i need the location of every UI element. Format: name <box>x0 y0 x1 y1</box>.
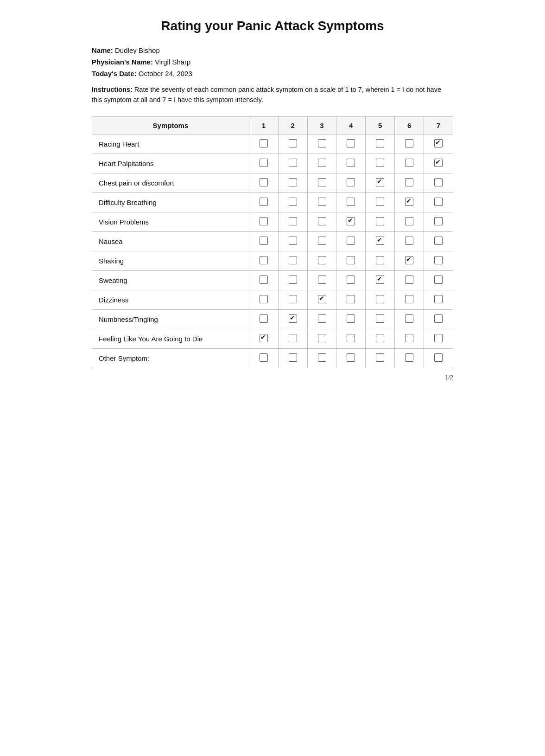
checkbox-col-2[interactable] <box>278 309 307 329</box>
checkbox-unchecked[interactable] <box>376 256 384 264</box>
checkbox-unchecked[interactable] <box>434 275 443 284</box>
checkbox-unchecked[interactable] <box>405 178 413 186</box>
checkbox-unchecked[interactable] <box>347 353 355 362</box>
checkbox-col-1[interactable] <box>249 309 278 329</box>
checkbox-unchecked[interactable] <box>434 256 443 264</box>
checkbox-checked[interactable] <box>260 334 268 342</box>
checkbox-unchecked[interactable] <box>260 314 268 323</box>
checkbox-unchecked[interactable] <box>260 295 268 303</box>
checkbox-col-6[interactable] <box>395 154 424 173</box>
checkbox-col-3[interactable] <box>307 329 336 348</box>
checkbox-col-7[interactable] <box>424 173 453 192</box>
checkbox-col-2[interactable] <box>278 192 307 212</box>
checkbox-col-3[interactable] <box>307 212 336 231</box>
checkbox-unchecked[interactable] <box>289 178 297 186</box>
checkbox-unchecked[interactable] <box>347 314 355 323</box>
checkbox-col-1[interactable] <box>249 329 278 348</box>
checkbox-col-4[interactable] <box>336 231 366 251</box>
checkbox-col-7[interactable] <box>424 231 453 251</box>
checkbox-unchecked[interactable] <box>318 275 326 284</box>
checkbox-unchecked[interactable] <box>289 295 297 303</box>
checkbox-unchecked[interactable] <box>289 217 297 225</box>
checkbox-unchecked[interactable] <box>405 275 413 284</box>
checkbox-col-5[interactable] <box>366 173 395 192</box>
checkbox-unchecked[interactable] <box>434 217 443 225</box>
checkbox-col-2[interactable] <box>278 212 307 231</box>
checkbox-unchecked[interactable] <box>405 237 413 245</box>
checkbox-col-4[interactable] <box>336 290 366 309</box>
checkbox-col-6[interactable] <box>395 173 424 192</box>
checkbox-checked[interactable] <box>376 237 384 245</box>
checkbox-unchecked[interactable] <box>434 237 443 245</box>
checkbox-col-5[interactable] <box>366 309 395 329</box>
checkbox-unchecked[interactable] <box>289 159 297 167</box>
checkbox-unchecked[interactable] <box>347 139 355 147</box>
checkbox-col-7[interactable] <box>424 251 453 270</box>
checkbox-col-3[interactable] <box>307 309 336 329</box>
checkbox-col-4[interactable] <box>336 212 366 231</box>
checkbox-unchecked[interactable] <box>347 275 355 284</box>
checkbox-unchecked[interactable] <box>405 353 413 362</box>
checkbox-unchecked[interactable] <box>405 314 413 323</box>
checkbox-checked[interactable] <box>376 178 384 186</box>
checkbox-col-4[interactable] <box>336 192 366 212</box>
checkbox-unchecked[interactable] <box>347 295 355 303</box>
checkbox-unchecked[interactable] <box>289 237 297 245</box>
checkbox-col-5[interactable] <box>366 192 395 212</box>
checkbox-col-6[interactable] <box>395 134 424 154</box>
checkbox-unchecked[interactable] <box>405 217 413 225</box>
checkbox-unchecked[interactable] <box>260 275 268 284</box>
checkbox-unchecked[interactable] <box>376 217 384 225</box>
checkbox-col-5[interactable] <box>366 134 395 154</box>
checkbox-col-4[interactable] <box>336 329 366 348</box>
checkbox-col-1[interactable] <box>249 173 278 192</box>
checkbox-unchecked[interactable] <box>318 314 326 323</box>
checkbox-col-1[interactable] <box>249 348 278 368</box>
checkbox-unchecked[interactable] <box>289 334 297 342</box>
checkbox-unchecked[interactable] <box>318 198 326 206</box>
checkbox-unchecked[interactable] <box>318 334 326 342</box>
checkbox-unchecked[interactable] <box>347 237 355 245</box>
checkbox-col-2[interactable] <box>278 290 307 309</box>
checkbox-col-7[interactable] <box>424 329 453 348</box>
checkbox-unchecked[interactable] <box>376 314 384 323</box>
checkbox-col-3[interactable] <box>307 348 336 368</box>
checkbox-unchecked[interactable] <box>434 295 443 303</box>
checkbox-col-3[interactable] <box>307 173 336 192</box>
checkbox-unchecked[interactable] <box>347 178 355 186</box>
checkbox-unchecked[interactable] <box>260 237 268 245</box>
checkbox-unchecked[interactable] <box>289 139 297 147</box>
checkbox-unchecked[interactable] <box>434 334 443 342</box>
checkbox-unchecked[interactable] <box>318 139 326 147</box>
checkbox-unchecked[interactable] <box>260 178 268 186</box>
checkbox-col-4[interactable] <box>336 270 366 290</box>
checkbox-unchecked[interactable] <box>260 198 268 206</box>
checkbox-col-5[interactable] <box>366 329 395 348</box>
checkbox-unchecked[interactable] <box>318 256 326 264</box>
checkbox-col-5[interactable] <box>366 154 395 173</box>
checkbox-unchecked[interactable] <box>347 159 355 167</box>
checkbox-unchecked[interactable] <box>318 159 326 167</box>
checkbox-col-4[interactable] <box>336 348 366 368</box>
checkbox-unchecked[interactable] <box>405 334 413 342</box>
checkbox-unchecked[interactable] <box>434 353 443 362</box>
checkbox-col-4[interactable] <box>336 173 366 192</box>
checkbox-unchecked[interactable] <box>347 256 355 264</box>
checkbox-col-6[interactable] <box>395 329 424 348</box>
checkbox-checked[interactable] <box>376 275 384 284</box>
checkbox-col-6[interactable] <box>395 212 424 231</box>
checkbox-col-2[interactable] <box>278 270 307 290</box>
checkbox-col-1[interactable] <box>249 231 278 251</box>
checkbox-unchecked[interactable] <box>434 198 443 206</box>
checkbox-unchecked[interactable] <box>434 314 443 323</box>
checkbox-col-1[interactable] <box>249 134 278 154</box>
checkbox-col-7[interactable] <box>424 192 453 212</box>
checkbox-col-5[interactable] <box>366 290 395 309</box>
checkbox-col-3[interactable] <box>307 270 336 290</box>
checkbox-col-6[interactable] <box>395 348 424 368</box>
checkbox-col-1[interactable] <box>249 251 278 270</box>
checkbox-unchecked[interactable] <box>405 295 413 303</box>
checkbox-col-3[interactable] <box>307 154 336 173</box>
checkbox-unchecked[interactable] <box>405 139 413 147</box>
checkbox-col-1[interactable] <box>249 290 278 309</box>
